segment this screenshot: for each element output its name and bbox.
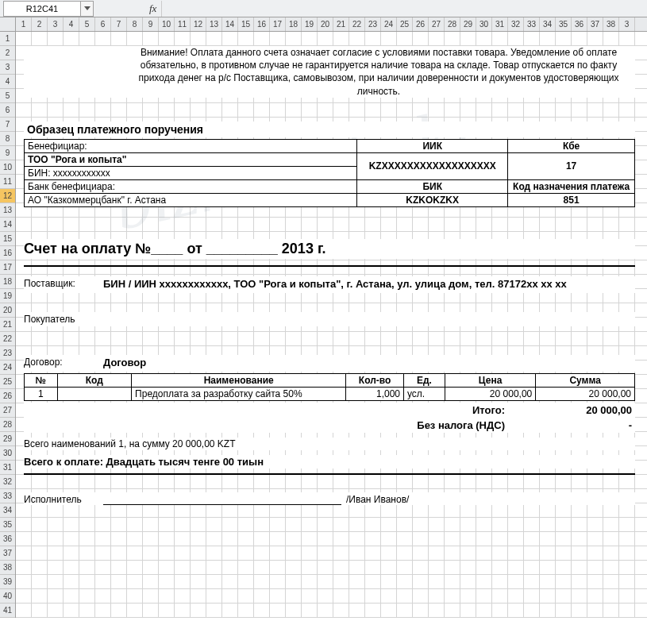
row-header[interactable]: 17 <box>0 260 15 275</box>
column-header[interactable]: 13 <box>206 17 222 31</box>
row-header[interactable]: 24 <box>0 361 15 375</box>
beneficiary-label: Бенефициар: <box>25 139 357 152</box>
row-header[interactable]: 7 <box>0 118 15 132</box>
column-header[interactable]: 18 <box>286 17 302 31</box>
column-header[interactable]: 24 <box>381 17 397 31</box>
row-header[interactable]: 28 <box>0 418 15 432</box>
column-header[interactable]: 16 <box>254 17 270 31</box>
row-header[interactable]: 4 <box>0 75 15 89</box>
column-header[interactable]: 3 <box>619 17 635 31</box>
itogo-value: 20 000,00 <box>529 404 632 416</box>
fx-icon[interactable]: fx <box>149 2 156 15</box>
col-no: № <box>25 373 58 387</box>
row-header[interactable]: 20 <box>0 303 15 318</box>
row-header[interactable]: 9 <box>0 146 15 160</box>
name-box[interactable]: R12C41 <box>3 1 81 17</box>
column-header[interactable]: 26 <box>413 17 429 31</box>
column-header[interactable]: 20 <box>318 17 333 31</box>
column-header[interactable]: 28 <box>445 17 460 31</box>
column-header[interactable]: 6 <box>95 17 111 31</box>
row-header[interactable]: 2 <box>0 46 15 60</box>
row-header[interactable]: 6 <box>0 103 15 118</box>
column-header[interactable]: 32 <box>508 17 524 31</box>
buyer-value <box>103 314 635 325</box>
row-header[interactable]: 13 <box>0 203 15 218</box>
row-header[interactable]: 12 <box>0 189 15 203</box>
row-header[interactable]: 37 <box>0 546 15 561</box>
column-header[interactable]: 30 <box>476 17 492 31</box>
row-header[interactable]: 32 <box>0 475 15 489</box>
column-header[interactable]: 3 <box>48 17 64 31</box>
buyer-row: Покупатель <box>24 312 635 326</box>
column-header[interactable]: 11 <box>175 17 191 31</box>
row-header[interactable]: 8 <box>0 132 15 146</box>
summary-total-words: Всего к оплате: Двадцать тысяч тенге 00 … <box>24 455 635 469</box>
column-header[interactable]: 12 <box>191 17 206 31</box>
row-header[interactable]: 14 <box>0 218 15 232</box>
column-header[interactable]: 1 <box>16 17 32 31</box>
row-header[interactable]: 15 <box>0 232 15 246</box>
formula-input[interactable] <box>161 1 647 17</box>
knp-label: Код назначения платежа <box>508 179 635 193</box>
row-header[interactable]: 18 <box>0 275 15 289</box>
row-header[interactable]: 25 <box>0 375 15 389</box>
column-header[interactable]: 35 <box>556 17 572 31</box>
column-header[interactable]: 2 <box>32 17 48 31</box>
sample-label: Образец платежного поручения <box>24 121 635 137</box>
row-header[interactable]: 40 <box>0 589 15 604</box>
row-header[interactable]: 31 <box>0 461 15 475</box>
row-header[interactable]: 33 <box>0 489 15 503</box>
column-header[interactable]: 23 <box>365 17 381 31</box>
column-header[interactable]: 29 <box>460 17 476 31</box>
row-header[interactable]: 34 <box>0 503 15 518</box>
bik-value: KZKOKZKX <box>357 193 508 206</box>
column-header[interactable]: 34 <box>540 17 556 31</box>
grid-content[interactable]: biznesinfo.kz Внимание! Оплата данного с… <box>16 32 647 618</box>
row-header[interactable]: 11 <box>0 175 15 189</box>
column-header[interactable]: 25 <box>397 17 413 31</box>
column-header[interactable]: 31 <box>492 17 508 31</box>
column-header[interactable]: 38 <box>603 17 619 31</box>
row-header[interactable]: 26 <box>0 389 15 403</box>
row-header[interactable]: 36 <box>0 532 15 546</box>
itogo-label: Итого: <box>27 404 529 416</box>
row-header[interactable]: 41 <box>0 604 15 618</box>
row-header[interactable]: 3 <box>0 60 15 75</box>
row-header[interactable]: 29 <box>0 432 15 446</box>
column-header[interactable]: 22 <box>349 17 365 31</box>
iik-value: KZXXXXXXXXXXXXXXXXXX <box>357 152 508 179</box>
column-header[interactable]: 9 <box>143 17 159 31</box>
col-code: Код <box>57 373 132 387</box>
row-header[interactable]: 35 <box>0 518 15 532</box>
row-header[interactable]: 39 <box>0 575 15 589</box>
column-header[interactable]: 7 <box>111 17 127 31</box>
column-header[interactable]: 8 <box>127 17 143 31</box>
row-header[interactable]: 22 <box>0 332 15 346</box>
row-header[interactable]: 16 <box>0 246 15 260</box>
column-header[interactable]: 10 <box>159 17 175 31</box>
select-all-corner[interactable] <box>0 17 16 31</box>
row-header[interactable]: 30 <box>0 446 15 461</box>
column-header[interactable]: 4 <box>64 17 79 31</box>
divider <box>24 473 635 475</box>
column-header[interactable]: 17 <box>270 17 286 31</box>
row-header[interactable]: 10 <box>0 160 15 175</box>
column-header[interactable]: 37 <box>587 17 603 31</box>
column-header[interactable]: 36 <box>572 17 587 31</box>
row-header[interactable]: 21 <box>0 318 15 332</box>
row-header[interactable]: 19 <box>0 289 15 303</box>
column-header[interactable]: 33 <box>524 17 540 31</box>
row-header[interactable]: 27 <box>0 403 15 418</box>
row-header[interactable]: 38 <box>0 561 15 575</box>
row-header[interactable]: 23 <box>0 346 15 361</box>
column-header[interactable]: 21 <box>333 17 349 31</box>
row-header[interactable]: 1 <box>0 32 15 46</box>
column-header[interactable]: 14 <box>222 17 238 31</box>
column-header[interactable]: 15 <box>238 17 254 31</box>
column-header[interactable]: 5 <box>79 17 95 31</box>
name-box-dropdown[interactable] <box>81 1 94 17</box>
chevron-down-icon <box>84 6 91 10</box>
row-header[interactable]: 5 <box>0 89 15 103</box>
column-header[interactable]: 27 <box>429 17 445 31</box>
column-header[interactable]: 19 <box>302 17 318 31</box>
